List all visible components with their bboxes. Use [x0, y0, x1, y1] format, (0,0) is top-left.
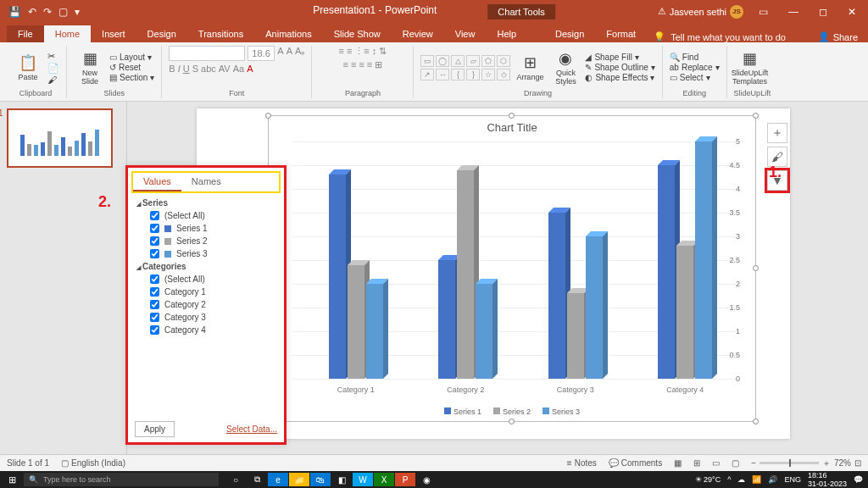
filter-tab-names[interactable]: Names [181, 173, 231, 191]
new-slide-button[interactable]: ▦New Slide [74, 49, 106, 86]
task-powerpoint[interactable]: P [395, 473, 415, 486]
status-bar: Slide 1 of 1 ▢ English (India) ≡ Notes 💬… [0, 454, 868, 471]
filter-apply-button[interactable]: Apply [135, 421, 175, 437]
chart-legend: Series 1Series 2Series 3 [269, 408, 755, 416]
filter-cat-2[interactable]: Category 2 [128, 298, 284, 311]
shape-outline-button[interactable]: ✎ Shape Outline ▾ [585, 63, 654, 72]
shape-effects-button[interactable]: ◐ Shape Effects ▾ [585, 73, 654, 82]
tab-slideshow[interactable]: Slide Show [323, 25, 392, 42]
group-drawing-label: Drawing [420, 89, 654, 98]
maximize-icon[interactable]: ◻ [814, 4, 832, 19]
tab-home[interactable]: Home [44, 25, 91, 42]
redo-icon[interactable]: ↷ [43, 6, 52, 18]
filter-series-1[interactable]: Series 1 [128, 222, 284, 235]
task-word[interactable]: W [353, 473, 373, 486]
taskbar-search[interactable]: 🔍 Type here to search [24, 473, 219, 486]
filter-tab-values[interactable]: Values [133, 173, 181, 191]
task-excel[interactable]: X [374, 473, 394, 486]
task-explorer[interactable]: 📁 [289, 473, 309, 486]
copy-icon[interactable]: 📄 [47, 63, 59, 74]
tray-wifi[interactable]: 📶 [752, 475, 761, 484]
task-view[interactable]: ⧉ [247, 473, 267, 486]
task-store[interactable]: 🛍 [310, 473, 331, 486]
slide-thumbnails-panel[interactable]: 1 [0, 102, 127, 454]
tell-me-search[interactable]: 💡 Tell me what you want to do [654, 31, 786, 42]
filter-cat-1[interactable]: Category 1 [128, 286, 284, 298]
tray-lang[interactable]: ENG [784, 475, 801, 484]
tray-sound[interactable]: 🔊 [768, 475, 777, 484]
view-sorter-icon[interactable]: ⊞ [693, 458, 700, 468]
ribbon: 📋Paste ✂📄🖌 Clipboard ▦New Slide ▭ Layout… [0, 42, 868, 102]
task-cortana[interactable]: ○ [225, 473, 246, 486]
filter-cat-4[interactable]: Category 4 [128, 324, 284, 336]
shape-fill-button[interactable]: ◢ Shape Fill ▾ [585, 53, 654, 62]
chart-plot-area: 00.511.522.533.544.55Category 1Category … [292, 141, 740, 379]
task-edge[interactable]: e [268, 473, 288, 486]
user-account[interactable]: ⚠ Jasveen sethi JS [658, 5, 743, 19]
qat-dropdown-icon[interactable]: ▾ [75, 6, 80, 18]
save-icon[interactable]: 💾 [8, 6, 21, 18]
undo-icon[interactable]: ↶ [28, 6, 36, 18]
tray-chevron[interactable]: ^ [727, 475, 731, 484]
slide-thumbnail-1[interactable] [7, 108, 113, 168]
zoom-control[interactable]: − ＋ 72% ⊡ [751, 458, 861, 469]
select-button[interactable]: ▭ Select ▾ [670, 73, 720, 82]
filter-cat-selectall[interactable]: (Select All) [128, 273, 284, 286]
replace-button[interactable]: ab Replace ▾ [670, 63, 720, 72]
view-reading-icon[interactable]: ▭ [712, 458, 720, 468]
format-painter-icon[interactable]: 🖌 [47, 75, 59, 85]
slide-counter: Slide 1 of 1 [7, 458, 49, 468]
tab-review[interactable]: Review [392, 25, 444, 42]
chart-object[interactable]: Chart Title 00.511.522.533.544.55Categor… [268, 115, 756, 422]
start-button[interactable]: ⊞ [0, 474, 24, 485]
filter-categories-header: Categories [128, 260, 284, 273]
slideuplift-button[interactable]: ▦SlideUpLift Templates [734, 49, 766, 86]
tab-chart-design[interactable]: Design [544, 25, 595, 42]
font-family-combo[interactable] [169, 46, 245, 61]
tray-clock[interactable]: 18:1631-01-2023 [808, 471, 847, 488]
paste-button[interactable]: 📋Paste [12, 53, 44, 82]
tab-transitions[interactable]: Transitions [187, 25, 254, 42]
ribbon-display-icon[interactable]: ▭ [754, 4, 773, 19]
view-slideshow-icon[interactable]: ▢ [732, 458, 739, 468]
group-editing-label: Editing [670, 89, 720, 98]
reset-button[interactable]: ↺ Reset [109, 63, 154, 72]
weather-widget[interactable]: ☀ 29°C [695, 475, 721, 484]
chart-title[interactable]: Chart Title [269, 116, 755, 134]
filter-cat-3[interactable]: Category 3 [128, 311, 284, 324]
task-chrome[interactable]: ◉ [416, 473, 437, 486]
task-app[interactable]: ◧ [331, 473, 352, 486]
close-icon[interactable]: ✕ [843, 4, 861, 19]
view-normal-icon[interactable]: ▦ [674, 458, 682, 468]
tab-insert[interactable]: Insert [91, 25, 136, 42]
tab-chart-format[interactable]: Format [595, 25, 647, 42]
chart-elements-icon[interactable]: ＋ [767, 123, 787, 143]
annotation-2: 2. [98, 193, 111, 211]
filter-select-data-link[interactable]: Select Data... [226, 424, 277, 434]
comments-button[interactable]: 💬 Comments [609, 458, 662, 468]
tab-animations[interactable]: Animations [254, 25, 322, 42]
tray-onedrive[interactable]: ☁ [737, 475, 745, 484]
share-button[interactable]: 👤 Share [818, 31, 858, 42]
filter-series-selectall[interactable]: (Select All) [128, 209, 284, 222]
minimize-icon[interactable]: — [783, 4, 804, 19]
group-slideup-label: SlideUpLift [734, 89, 771, 98]
filter-series-3[interactable]: Series 3 [128, 247, 284, 260]
cut-icon[interactable]: ✂ [47, 51, 59, 62]
tray-notifications[interactable]: 💬 [854, 475, 863, 484]
find-button[interactable]: 🔍 Find [670, 53, 720, 62]
layout-button[interactable]: ▭ Layout ▾ [109, 53, 154, 62]
tab-file[interactable]: File [7, 25, 44, 42]
section-button[interactable]: ▤ Section ▾ [109, 73, 154, 82]
language-status[interactable]: ▢ English (India) [61, 458, 125, 468]
tab-view[interactable]: View [444, 25, 487, 42]
tab-design[interactable]: Design [136, 25, 187, 42]
quick-styles-button[interactable]: ◉Quick Styles [549, 49, 581, 86]
filter-series-2[interactable]: Series 2 [128, 235, 284, 247]
tab-help[interactable]: Help [486, 25, 527, 42]
font-size-combo[interactable]: 18.6 [248, 46, 275, 61]
start-slideshow-icon[interactable]: ▢ [58, 6, 68, 18]
shapes-gallery[interactable]: ▭◯△▱⬠⬡↗↔{}☆◇ [420, 55, 510, 80]
notes-button[interactable]: ≡ Notes [567, 458, 597, 468]
arrange-button[interactable]: ⊞Arrange [514, 53, 546, 82]
